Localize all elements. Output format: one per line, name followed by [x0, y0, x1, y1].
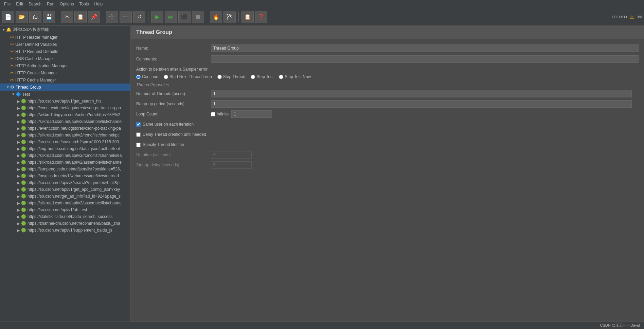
list-item[interactable]: ▶🟢https://so.csdn.net/so/search?spm=1000… — [0, 139, 130, 145]
warning-icon: ⚠ — [630, 14, 634, 20]
delay-thread-checkbox[interactable] — [136, 132, 141, 137]
toolbar: 📄 📂 🗂 💾 ✂ 📋 📌 ➕ ➖ ↺ ▶ ⏭ ⬛ ⏹ 🔥 🏁 📋 ❓ 00:0… — [0, 8, 644, 26]
radio-stop-test[interactable]: Stop Test — [251, 74, 273, 79]
help-button[interactable]: ❓ — [255, 11, 267, 23]
infinite-checkbox[interactable] — [211, 112, 215, 116]
copy-button[interactable]: 📋 — [74, 11, 87, 23]
new-button[interactable]: 📄 — [2, 11, 14, 23]
sidebar-item-root[interactable]: ▼ 🔔 测试CSDN搜索功能 — [0, 26, 130, 34]
radio-stop-test-input[interactable] — [251, 75, 255, 79]
menu-search[interactable]: Search — [26, 1, 44, 7]
duration-label: Duration (seconds): — [136, 152, 211, 157]
list-item[interactable]: ▶🟢https://so.csdn.net/api/v1/ab_test — [0, 206, 130, 213]
sidebar-item-user-vars[interactable]: ✂ User Defined Variables — [0, 41, 130, 48]
list-item[interactable]: ▶🟢https://so.csdn.net/get_ad_info?ad_id=… — [0, 193, 130, 200]
menu-help[interactable]: Help — [91, 1, 105, 7]
radio-start-next[interactable]: Start Next Thread Loop — [164, 74, 212, 79]
radio-start-next-label: Start Next Thread Loop — [169, 74, 212, 79]
root-label: 测试CSDN搜索功能 — [13, 27, 49, 33]
start-no-pause-button[interactable]: ⏭ — [165, 11, 177, 23]
user-vars-label: User Defined Variables — [15, 42, 57, 47]
sidebar: ▼ 🔔 测试CSDN搜索功能 ✂ HTTP Header manager ✂ U… — [0, 26, 131, 322]
list-item[interactable]: ▶🟢https://so.csdn.net/api/v3/search?q=jm… — [0, 179, 130, 186]
list-item[interactable]: ▶🟢https://silkroad.csdn.net/api/v2/assem… — [0, 118, 130, 125]
radio-start-next-input[interactable] — [164, 75, 168, 79]
list-item[interactable]: ▶🟢https://silkroad.csdn.net/api/v2/assem… — [0, 200, 130, 206]
save-templates-button[interactable]: 🗂 — [29, 11, 41, 23]
http-cache-icon: ✂ — [10, 77, 14, 83]
http-cookie-icon: ✂ — [10, 70, 14, 75]
rampup-input[interactable] — [211, 100, 632, 108]
menu-edit[interactable]: Edit — [13, 1, 26, 7]
remote-start-button[interactable]: 🔥 — [210, 11, 222, 23]
list-item[interactable]: ▶🟢https://so.csdn.net/api/v1/get_search_… — [0, 98, 130, 105]
menu-options[interactable]: Options — [57, 1, 76, 7]
remove-button[interactable]: ➖ — [120, 11, 132, 23]
radio-stop-test-now-input[interactable] — [279, 75, 283, 79]
shutdown-button[interactable]: ⏹ — [192, 11, 204, 23]
menu-run[interactable]: Run — [44, 1, 57, 7]
loopcount-input[interactable] — [231, 110, 272, 118]
remote-stop-button[interactable]: 🏁 — [223, 11, 236, 23]
list-item[interactable]: ▶🟢https://silkroad.csdn.net/api/v2/rcmd/… — [0, 132, 130, 139]
radio-stop-test-now[interactable]: Stop Test Now — [279, 74, 311, 79]
sidebar-item-http-auth[interactable]: ✂ HTTP Authorization Manager — [0, 62, 130, 69]
list-item[interactable]: ▶🟢https://img-home.csdnimg.cn/data_json/… — [0, 145, 130, 152]
threads-label: Number of Threads (users): — [136, 91, 211, 96]
sidebar-item-http-cookie[interactable]: ✂ HTTP Cookie Manager — [0, 69, 130, 76]
comments-input[interactable] — [211, 55, 639, 63]
menu-tools[interactable]: Tools — [76, 1, 91, 7]
same-user-checkbox[interactable] — [136, 122, 141, 127]
sidebar-item-http-cache[interactable]: ✂ HTTP Cache Manager — [0, 76, 130, 84]
toolbar-right: 00:00:00 ⚠ 0/0 — [612, 14, 642, 20]
expand-arrow-root[interactable]: ▼ — [1, 28, 6, 32]
separator-5 — [238, 12, 239, 22]
name-input[interactable] — [211, 44, 639, 52]
timer-display: 00:00:00 — [612, 15, 627, 19]
sidebar-item-http-defaults[interactable]: ✂ HTTP Request Defaults — [0, 48, 130, 55]
list-item[interactable]: ▶🟢https://statistic.csdn.net/baidu_searc… — [0, 213, 130, 220]
radio-stop-thread[interactable]: Stop Thread — [217, 74, 246, 79]
paste-button[interactable]: 📌 — [88, 11, 100, 23]
stop-button[interactable]: ⬛ — [178, 11, 191, 23]
clear-button[interactable]: ↺ — [133, 11, 145, 23]
statusbar-text: CSDN @王卫——David — [600, 323, 640, 328]
list-item[interactable]: ▶🟢https://silkroad.csdn.net/api/v2/rcmd/… — [0, 152, 130, 159]
list-item[interactable]: ▶🟢https://kunpeng.csdn.net/ad/json/list?… — [0, 166, 130, 172]
cut-button[interactable]: ✂ — [61, 11, 73, 23]
list-item[interactable]: ▶🟢https://silkroad.csdn.net/api/v2/assem… — [0, 159, 130, 166]
function-helper-button[interactable]: 📋 — [242, 11, 254, 23]
save-button[interactable]: 💾 — [43, 11, 55, 23]
radio-continue[interactable]: Continue — [136, 74, 158, 79]
radio-stop-thread-label: Stop Thread — [223, 74, 246, 79]
threads-input[interactable] — [211, 90, 632, 97]
sidebar-item-test[interactable]: ▼ 🔷 Test — [0, 91, 130, 98]
open-button[interactable]: 📂 — [16, 11, 28, 23]
menu-file[interactable]: File — [1, 1, 13, 7]
list-item[interactable]: ▶🟢https://zhannei-dm.csdn.net/recommend/… — [0, 220, 130, 227]
list-item[interactable]: ▶🟢https://event.csdn.net/logstores/csdn-… — [0, 125, 130, 132]
expand-arrow-thread-group[interactable]: ▼ — [5, 85, 10, 89]
infinite-label: Infinite — [217, 112, 229, 116]
expand-arrow-test[interactable]: ▼ — [11, 92, 16, 96]
sidebar-item-dns-cache[interactable]: ✂ DNS Cache Manager — [0, 55, 130, 62]
sidebar-item-http-header[interactable]: ✂ HTTP Header manager — [0, 34, 130, 41]
radio-stop-thread-input[interactable] — [217, 75, 222, 79]
start-button[interactable]: ▶ — [151, 11, 163, 23]
thread-props-title: Thread Properties — [136, 83, 639, 87]
action-radio-group: Continue Start Next Thread Loop Stop Thr… — [136, 74, 639, 79]
list-item[interactable]: ▶🟢https://so.csdn.net/api/v1/get_apo_con… — [0, 186, 130, 193]
sidebar-item-thread-group[interactable]: ▼ ⚙ Thread Group — [0, 84, 130, 91]
specify-lifetime-checkbox[interactable] — [136, 143, 141, 147]
list-item[interactable]: ▶🟢https://msg.csdn.net/v1/web/message/vi… — [0, 172, 130, 179]
add-button[interactable]: ➕ — [106, 11, 118, 23]
duration-input[interactable] — [211, 151, 252, 159]
list-item[interactable]: ▶🟢https://wkbrs1.tingyun.com/action?url=… — [0, 111, 130, 118]
startup-delay-input[interactable] — [211, 161, 252, 169]
list-item[interactable]: ▶🟢https://so.csdn.net/api/v1/supplement_… — [0, 227, 130, 234]
loopcount-row: Loop Count: Infinite — [136, 110, 639, 118]
separator-4 — [207, 12, 207, 22]
main-layout: ▼ 🔔 测试CSDN搜索功能 ✂ HTTP Header manager ✂ U… — [0, 26, 644, 322]
radio-continue-input[interactable] — [136, 75, 141, 79]
list-item[interactable]: ▶🟢https://event.csdn.net/logstores/csdn-… — [0, 105, 130, 111]
